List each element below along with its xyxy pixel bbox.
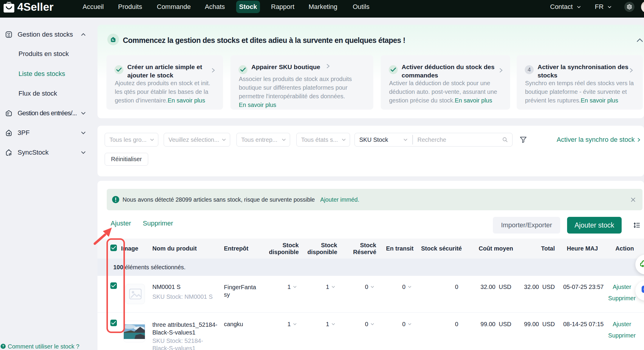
svg-text:?: ? bbox=[2, 344, 4, 348]
